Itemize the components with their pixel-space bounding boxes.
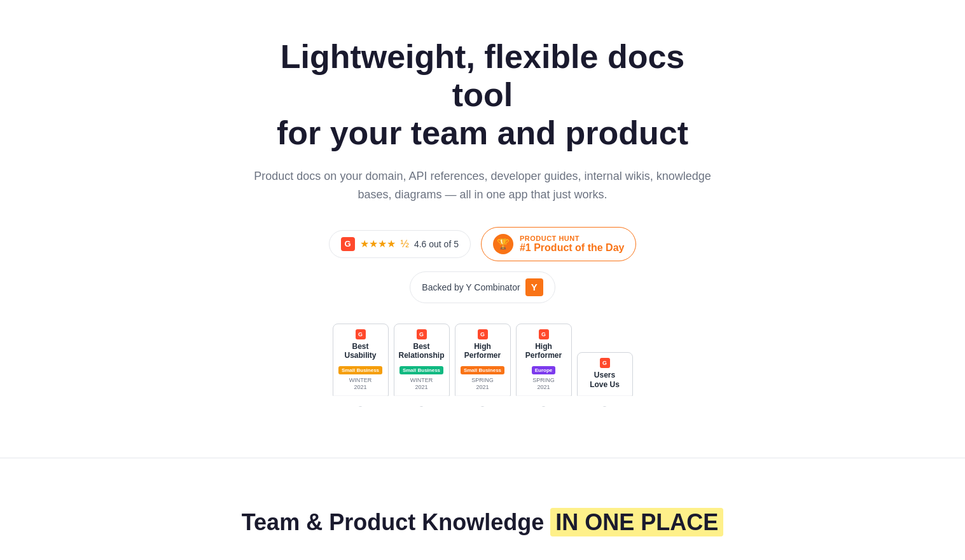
shield-badge: Small Business bbox=[461, 366, 504, 374]
product-hunt-inner: 🏆 Product Hunt #1 Product of the Day bbox=[493, 234, 624, 254]
g2-shield-icon: G bbox=[539, 329, 549, 339]
tab-product-docs[interactable]: Product Documentation Sites bbox=[260, 556, 417, 560]
shield-users-love-us: G UsersLove Us bbox=[577, 352, 633, 407]
g2-shield-icon: G bbox=[600, 358, 610, 368]
hero-section: Lightweight, flexible docs tool for your… bbox=[0, 0, 965, 445]
shield-high-performer-europe: G HighPerformer Europe SPRING2021 bbox=[516, 324, 572, 407]
shield-title: BestRelationship bbox=[397, 342, 447, 360]
product-hunt-icon: 🏆 bbox=[493, 234, 513, 254]
ph-label: Product Hunt bbox=[520, 235, 624, 242]
knowledge-title: Team & Product Knowledge IN ONE PLACE bbox=[13, 509, 952, 536]
g2-shields-row: G BestUsability Small Business WINTER202… bbox=[254, 324, 712, 407]
shield-best-usability: G BestUsability Small Business WINTER202… bbox=[333, 324, 389, 407]
yc-text: Backed by Y Combinator bbox=[422, 282, 520, 292]
g2-icon: G bbox=[341, 237, 355, 251]
shield-title: BestUsability bbox=[336, 342, 385, 360]
rating-text: 4.6 out of 5 bbox=[414, 239, 459, 249]
g2-shield-icon: G bbox=[478, 329, 488, 339]
section-divider bbox=[0, 458, 965, 458]
shield-badge: Europe bbox=[532, 366, 556, 374]
ycombinator-badge[interactable]: Backed by Y Combinator Y bbox=[410, 271, 555, 303]
badges-row: G ★★★★½ 4.6 out of 5 🏆 Product Hunt #1 P… bbox=[254, 227, 712, 303]
shield-title: UsersLove Us bbox=[580, 371, 630, 389]
shield-badge: Small Business bbox=[399, 366, 443, 374]
hero-title: Lightweight, flexible docs tool for your… bbox=[254, 38, 712, 152]
shield-title: HighPerformer bbox=[458, 342, 508, 360]
tab-internal-wikis[interactable]: Internal Wikis & Knowledge Bases bbox=[417, 556, 585, 560]
star-rating: ★★★★ bbox=[360, 238, 396, 250]
g2-shield-icon: G bbox=[356, 329, 366, 339]
hero-title-line1: Lightweight, flexible docs tool bbox=[281, 38, 685, 113]
shield-season: SPRING2021 bbox=[458, 377, 508, 392]
shield-best-relationship: G BestRelationship Small Business WINTER… bbox=[394, 324, 450, 407]
g2-rating-badge[interactable]: G ★★★★½ 4.6 out of 5 bbox=[329, 230, 471, 258]
shield-season: WINTER2021 bbox=[336, 377, 385, 392]
knowledge-title-plain: Team & Product Knowledge bbox=[242, 509, 544, 535]
knowledge-section: Team & Product Knowledge IN ONE PLACE Pr… bbox=[0, 471, 965, 560]
hero-subtitle: Product docs on your domain, API referen… bbox=[254, 167, 712, 204]
shield-badge: Small Business bbox=[338, 366, 382, 374]
yc-logo: Y bbox=[525, 278, 543, 296]
shield-title: HighPerformer bbox=[519, 342, 569, 360]
product-hunt-text: Product Hunt #1 Product of the Day bbox=[520, 235, 624, 254]
tab-developer-api[interactable]: Developer & API Docs bbox=[585, 556, 705, 560]
shield-high-performer-small: G HighPerformer Small Business SPRING202… bbox=[455, 324, 511, 407]
shield-season: WINTER2021 bbox=[397, 377, 447, 392]
hero-title-line2: for your team and product bbox=[277, 114, 688, 151]
shield-season: SPRING2021 bbox=[519, 377, 569, 392]
product-hunt-badge[interactable]: 🏆 Product Hunt #1 Product of the Day bbox=[481, 227, 636, 261]
knowledge-tabs: Product Documentation Sites Internal Wik… bbox=[260, 556, 705, 560]
ph-title: #1 Product of the Day bbox=[520, 242, 624, 254]
half-star: ½ bbox=[401, 238, 409, 250]
g2-shield-icon: G bbox=[417, 329, 427, 339]
knowledge-title-highlight: IN ONE PLACE bbox=[550, 508, 723, 536]
